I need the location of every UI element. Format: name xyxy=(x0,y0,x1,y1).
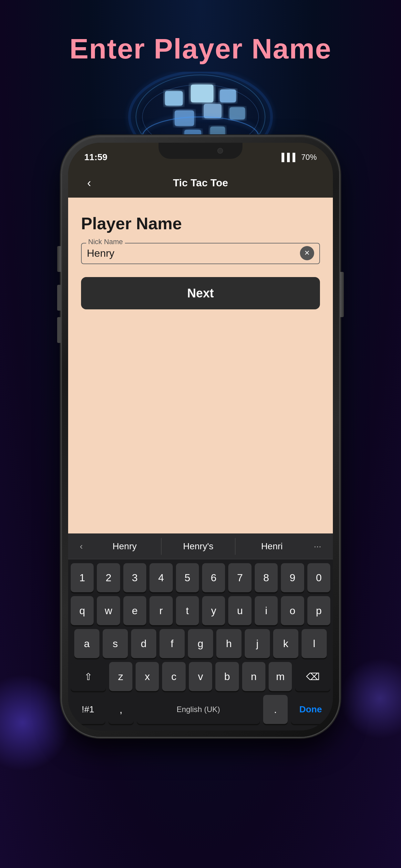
key-u[interactable]: u xyxy=(228,596,251,625)
key-b[interactable]: b xyxy=(215,662,239,691)
phone-frame: 11:59 ▌▌▌ 70% ‹ Tic Tac Toe Player Name … xyxy=(62,136,339,737)
key-3[interactable]: 3 xyxy=(123,563,146,592)
status-icons: ▌▌▌ 70% xyxy=(281,153,317,162)
camera-dot xyxy=(217,148,223,154)
key-z[interactable]: z xyxy=(109,662,132,691)
key-g[interactable]: g xyxy=(188,629,213,658)
page-heading: Enter Player Name xyxy=(69,32,332,65)
nav-bar: ‹ Tic Tac Toe xyxy=(68,168,333,197)
key-c[interactable]: c xyxy=(162,662,185,691)
next-button[interactable]: Next xyxy=(81,277,320,309)
keyboard-row-bottom: !#1 , English (UK) . Done xyxy=(71,695,330,724)
autocomplete-item-1[interactable]: Henry xyxy=(88,538,161,555)
key-q[interactable]: q xyxy=(71,596,94,625)
space-key[interactable]: English (UK) xyxy=(137,695,260,724)
bg-glow-left xyxy=(0,674,71,771)
main-content: Player Name Nick Name Next xyxy=(68,197,333,533)
key-8[interactable]: 8 xyxy=(255,563,278,592)
key-t[interactable]: t xyxy=(176,596,199,625)
shift-key[interactable]: ⇧ xyxy=(71,662,106,691)
keyboard-rows: 1 2 3 4 5 6 7 8 9 0 q w xyxy=(68,559,333,724)
shift-icon: ⇧ xyxy=(84,671,92,682)
back-icon: ‹ xyxy=(87,176,91,190)
nickname-input[interactable] xyxy=(87,247,297,259)
svg-rect-4 xyxy=(220,89,236,102)
done-key[interactable]: Done xyxy=(291,695,330,724)
keyboard-area: ‹ Henry Henry's Henri ··· 1 2 3 4 xyxy=(68,533,333,731)
autocomplete-chevron[interactable]: ‹ xyxy=(74,541,88,552)
backspace-key[interactable]: ⌫ xyxy=(295,662,330,691)
key-7[interactable]: 7 xyxy=(228,563,251,592)
autocomplete-item-3[interactable]: Henri xyxy=(235,538,309,555)
key-1[interactable]: 1 xyxy=(71,563,94,592)
section-title: Player Name xyxy=(81,214,320,233)
svg-rect-7 xyxy=(229,107,245,120)
key-5[interactable]: 5 xyxy=(176,563,199,592)
key-0[interactable]: 0 xyxy=(307,563,330,592)
key-k[interactable]: k xyxy=(273,629,298,658)
svg-rect-2 xyxy=(165,91,183,105)
phone-screen: 11:59 ▌▌▌ 70% ‹ Tic Tac Toe Player Name … xyxy=(68,143,333,731)
key-e[interactable]: e xyxy=(123,596,146,625)
autocomplete-bar: ‹ Henry Henry's Henri ··· xyxy=(68,533,333,559)
status-time: 11:59 xyxy=(84,152,107,162)
period-key[interactable]: . xyxy=(263,695,288,724)
keyboard-row-zxcv: ⇧ z x c v b n m ⌫ xyxy=(71,662,330,691)
key-f[interactable]: f xyxy=(159,629,185,658)
autocomplete-item-2[interactable]: Henry's xyxy=(161,538,235,555)
key-h[interactable]: h xyxy=(216,629,242,658)
comma-key[interactable]: , xyxy=(109,695,134,724)
backspace-icon: ⌫ xyxy=(306,671,320,682)
nav-title: Tic Tac Toe xyxy=(97,177,304,189)
autocomplete-more[interactable]: ··· xyxy=(309,541,327,552)
key-s[interactable]: s xyxy=(103,629,128,658)
key-y[interactable]: y xyxy=(202,596,225,625)
signal-icon: ▌▌▌ xyxy=(281,153,298,162)
key-n[interactable]: n xyxy=(242,662,266,691)
key-l[interactable]: l xyxy=(302,629,327,658)
numbers-symbols-key[interactable]: !#1 xyxy=(71,695,105,724)
key-d[interactable]: d xyxy=(131,629,156,658)
key-2[interactable]: 2 xyxy=(97,563,120,592)
key-i[interactable]: i xyxy=(255,596,278,625)
nickname-field-container[interactable]: Nick Name xyxy=(81,243,320,264)
bg-glow-right xyxy=(340,658,401,739)
key-r[interactable]: r xyxy=(150,596,173,625)
battery-label: 70% xyxy=(301,153,317,162)
back-button[interactable]: ‹ xyxy=(81,175,97,191)
clear-input-button[interactable] xyxy=(300,246,314,260)
keyboard-row-qwerty: q w e r t y u i o p xyxy=(71,596,330,625)
key-a[interactable]: a xyxy=(74,629,99,658)
key-v[interactable]: v xyxy=(189,662,212,691)
autocomplete-suggestions: Henry Henry's Henri xyxy=(88,538,308,555)
key-w[interactable]: w xyxy=(97,596,120,625)
phone-outer: 11:59 ▌▌▌ 70% ‹ Tic Tac Toe Player Name … xyxy=(62,136,339,737)
nickname-label: Nick Name xyxy=(86,238,125,246)
phone-notch xyxy=(158,143,243,159)
key-6[interactable]: 6 xyxy=(202,563,225,592)
key-x[interactable]: x xyxy=(135,662,159,691)
key-4[interactable]: 4 xyxy=(150,563,173,592)
keyboard-row-asdf: a s d f g h j k l xyxy=(71,629,330,658)
svg-rect-6 xyxy=(204,104,221,118)
key-j[interactable]: j xyxy=(245,629,270,658)
input-row xyxy=(87,246,314,260)
key-9[interactable]: 9 xyxy=(281,563,304,592)
svg-rect-3 xyxy=(191,85,213,102)
key-o[interactable]: o xyxy=(281,596,304,625)
keyboard-row-numbers: 1 2 3 4 5 6 7 8 9 0 xyxy=(71,563,330,592)
key-p[interactable]: p xyxy=(307,596,330,625)
key-m[interactable]: m xyxy=(269,662,292,691)
